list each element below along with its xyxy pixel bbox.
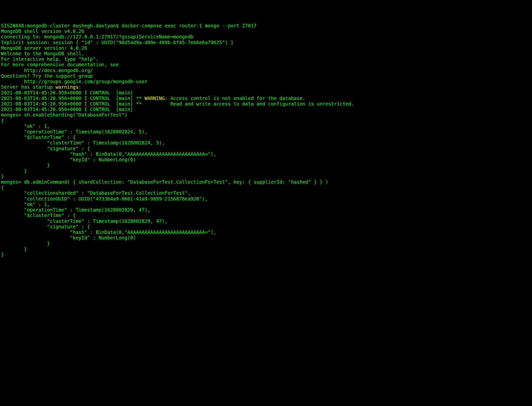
terminal-text: "signature" : { (1, 224, 90, 229)
terminal-text: } (1, 162, 50, 168)
terminal-text: Welcome to the MongoDB shell. (1, 51, 84, 56)
terminal-text: "hash" : BinData(0,"AAAAAAAAAAAAAAAAAAAA… (1, 151, 216, 157)
terminal-text: "ok" : 1, (1, 123, 50, 129)
terminal-line: 2021-08-03T14:45:20.956+0000 I CONTROL [… (1, 90, 531, 95)
terminal-text: "collectionsharded" : "DatabaseForTest.C… (1, 190, 190, 196)
terminal-text: mongos> sh.enableSharding("DatabaseForTe… (1, 112, 127, 118)
terminal-line: mongos> sh.enableSharding("DatabaseForTe… (1, 112, 531, 118)
terminal-line: 2021-08-03T14:45:20.956+0000 I CONTROL [… (1, 107, 531, 112)
terminal-line: "clusterTime" : Timestamp(1628002824, 5)… (1, 140, 531, 145)
terminal-text: For more comprehensive documentation, se… (1, 62, 119, 67)
terminal-line: } (1, 168, 531, 174)
terminal-line: "collectionsharded" : "DatabaseForTest.C… (1, 190, 531, 196)
terminal-text: "collectionUUID" : UUID("4733b4a9-0661-4… (1, 196, 208, 201)
terminal-text: SIS2N048:mongodb-cluster mushegh.davtyan… (1, 23, 256, 28)
terminal-text: http://groups.google.com/group/mongodb-u… (1, 79, 147, 84)
terminal-text: For interactive help, type "help". (1, 56, 99, 62)
terminal-line: Welcome to the MongoDB shell. (1, 51, 531, 56)
terminal-line: For more comprehensive documentation, se… (1, 62, 531, 67)
terminal-line: "clusterTime" : Timestamp(1628002829, 47… (1, 218, 531, 224)
terminal-text: } (1, 240, 50, 246)
terminal-line: "signature" : { (1, 224, 531, 229)
terminal-text: http://docs.mongodb.org/ (1, 68, 93, 73)
terminal-text: connecting to: mongodb://127.0.0.1:27017… (1, 34, 193, 39)
terminal-text: } (1, 246, 27, 252)
terminal-text: "clusterTime" : Timestamp(1628002829, 47… (1, 218, 167, 224)
terminal-line: MongoDB shell version v4.0.26 (1, 28, 531, 34)
terminal-text: } (1, 174, 4, 179)
terminal-line: } (1, 240, 531, 246)
terminal-line: Questions? Try the support group (1, 73, 531, 79)
terminal-text: mongos> db.adminCommand( { shardCollecti… (1, 179, 328, 185)
terminal-line: { (1, 185, 531, 190)
terminal-text: WARNING (145, 95, 165, 101)
terminal-line: } (1, 252, 531, 257)
terminal-line: SIS2N048:mongodb-cluster mushegh.davtyan… (1, 23, 531, 28)
terminal-text: { (1, 185, 4, 190)
terminal-line: http://groups.google.com/group/mongodb-u… (1, 79, 531, 84)
terminal-text: 2021-08-03T14:45:20.956+0000 I CONTROL [… (1, 107, 133, 112)
terminal-line: "keyId" : NumberLong(0) (1, 157, 531, 162)
terminal-text: } (1, 252, 4, 257)
terminal-line: MongoDB server version: 4.0.26 (1, 45, 531, 51)
terminal-line: "hash" : BinData(0,"AAAAAAAAAAAAAAAAAAAA… (1, 229, 531, 235)
terminal-line: Implicit session: session { "id" : UUID(… (1, 40, 531, 45)
terminal-line: 2021-08-03T14:45:20.956+0000 I CONTROL [… (1, 95, 531, 101)
terminal-text: "clusterTime" : Timestamp(1628002824, 5)… (1, 140, 165, 145)
terminal-text: Implicit session: session { "id" : UUID(… (1, 40, 234, 45)
terminal-text: "signature" : { (1, 146, 90, 151)
terminal-line: 2021-08-03T14:45:20.956+0000 I CONTROL [… (1, 101, 531, 107)
terminal-line: connecting to: mongodb://127.0.0.1:27017… (1, 34, 531, 39)
terminal-line: "ok" : 1, (1, 123, 531, 129)
terminal-text: : Access control is not enabled for the … (165, 95, 305, 101)
terminal-text: 2021-08-03T14:45:20.956+0000 I CONTROL [… (1, 95, 145, 101)
terminal-line: "keyId" : NumberLong(0) (1, 235, 531, 240)
terminal-text: "operationTime" : Timestamp(1628002829, … (1, 207, 150, 213)
terminal-line: } (1, 174, 531, 179)
terminal-line: "signature" : { (1, 146, 531, 151)
terminal-line: "collectionUUID" : UUID("4733b4a9-0661-4… (1, 196, 531, 201)
terminal-text: "operationTime" : Timestamp(1628002824, … (1, 129, 147, 134)
terminal-line: { (1, 118, 531, 123)
terminal-window[interactable]: SIS2N048:mongodb-cluster mushegh.davtyan… (1, 23, 531, 257)
terminal-line: "$clusterTime" : { (1, 213, 531, 218)
terminal-text: Questions? Try the support group (1, 73, 93, 79)
terminal-text: } (1, 168, 27, 174)
terminal-line: "operationTime" : Timestamp(1628002829, … (1, 207, 531, 213)
terminal-text: "$clusterTime" : { (1, 134, 76, 140)
terminal-text: "$clusterTime" : { (1, 213, 76, 218)
terminal-text: "keyId" : NumberLong(0) (1, 157, 136, 162)
terminal-text: MongoDB server version: 4.0.26 (1, 45, 87, 51)
terminal-text: "ok" : 1, (1, 201, 50, 207)
terminal-line: Server has startup warnings: (1, 84, 531, 90)
terminal-text: Server has startup (1, 84, 55, 90)
terminal-line: } (1, 162, 531, 168)
terminal-line: http://docs.mongodb.org/ (1, 68, 531, 73)
terminal-text: MongoDB shell version v4.0.26 (1, 28, 84, 34)
terminal-text: 2021-08-03T14:45:20.956+0000 I CONTROL [… (1, 90, 133, 95)
terminal-text: warnings (55, 84, 79, 90)
terminal-line: "hash" : BinData(0,"AAAAAAAAAAAAAAAAAAAA… (1, 151, 531, 157)
terminal-line: mongos> db.adminCommand( { shardCollecti… (1, 179, 531, 185)
terminal-line: "operationTime" : Timestamp(1628002824, … (1, 129, 531, 134)
terminal-text: "keyId" : NumberLong(0) (1, 235, 136, 240)
terminal-text: { (1, 118, 4, 123)
terminal-text: : (79, 84, 81, 90)
terminal-line: } (1, 246, 531, 252)
terminal-line: "ok" : 1, (1, 201, 531, 207)
terminal-line: For interactive help, type "help". (1, 56, 531, 62)
terminal-line: "$clusterTime" : { (1, 134, 531, 140)
terminal-text: 2021-08-03T14:45:20.956+0000 I CONTROL [… (1, 101, 354, 107)
terminal-text: "hash" : BinData(0,"AAAAAAAAAAAAAAAAAAAA… (1, 229, 216, 235)
